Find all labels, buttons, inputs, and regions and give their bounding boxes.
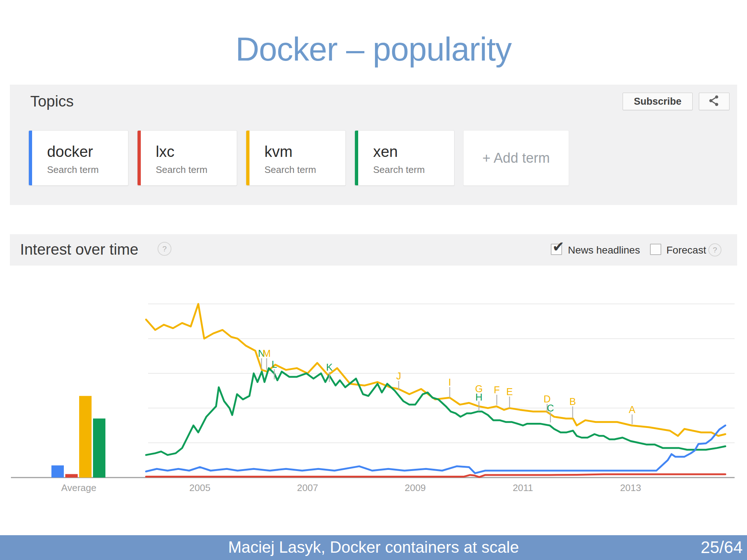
- news-headline-markers[interactable]: NMLKJIGHFEDCBA: [258, 348, 635, 424]
- page-number: 25/64: [701, 535, 743, 559]
- news-marker-H[interactable]: H: [475, 392, 483, 403]
- news-marker-F[interactable]: F: [494, 385, 500, 395]
- news-marker-E[interactable]: E: [506, 386, 513, 397]
- average-bar-kvm: [79, 396, 92, 478]
- series-line-docker: [146, 425, 725, 473]
- news-marker-J[interactable]: J: [396, 371, 401, 382]
- news-marker-K[interactable]: K: [326, 362, 333, 373]
- series-line-kvm: [146, 304, 725, 436]
- series-lines: [146, 304, 725, 477]
- footer-bar: Maciej Lasyk, Docker containers at scale…: [0, 535, 747, 560]
- footer-text: Maciej Lasyk, Docker containers at scale: [0, 535, 747, 559]
- news-marker-C[interactable]: C: [547, 403, 554, 414]
- x-axis-labels: 20052007200920112013Average: [61, 482, 641, 493]
- news-marker-B[interactable]: B: [569, 396, 576, 407]
- average-bar-xen: [93, 418, 105, 478]
- x-tick-2005: 2005: [189, 482, 210, 493]
- average-bars: [51, 396, 105, 478]
- news-marker-L[interactable]: L: [271, 359, 277, 370]
- x-tick-2013: 2013: [620, 482, 641, 493]
- series-line-xen: [146, 368, 725, 455]
- news-marker-A[interactable]: A: [629, 404, 635, 415]
- slide: Docker – popularity Topics Subscribe doc…: [0, 0, 747, 560]
- average-bar-docker: [51, 466, 64, 478]
- news-marker-I[interactable]: I: [448, 377, 451, 388]
- x-tick-2011: 2011: [513, 482, 533, 493]
- average-bar-lxc: [65, 474, 78, 478]
- x-tick-2007: 2007: [297, 482, 318, 493]
- interest-over-time-chart: NMLKJIGHFEDCBA20052007200920112013Averag…: [0, 0, 747, 560]
- gridlines: [148, 304, 735, 443]
- average-label: Average: [61, 482, 96, 493]
- x-tick-2009: 2009: [405, 482, 426, 493]
- series-line-lxc: [146, 474, 725, 477]
- news-marker-M[interactable]: M: [263, 348, 271, 359]
